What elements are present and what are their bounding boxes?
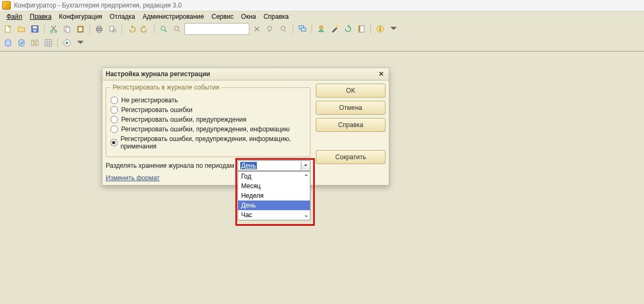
print-icon[interactable] — [93, 23, 105, 35]
journal-settings-dialog: Настройка журнала регистрации ✕ Регистри… — [102, 68, 389, 186]
radio-icon — [110, 106, 118, 114]
menu-config[interactable]: Конфигурация — [56, 12, 106, 21]
menu-debug[interactable]: Отладка — [107, 12, 138, 21]
paste-icon[interactable] — [75, 23, 86, 35]
svg-rect-11 — [98, 26, 101, 28]
menu-bar: Файл Правка Конфигурация Отладка Админис… — [0, 11, 644, 22]
db-icon[interactable] — [2, 37, 14, 49]
zoom-icon[interactable] — [171, 23, 183, 35]
svg-point-15 — [161, 26, 165, 31]
app-title: Конфигуратор - Бухгалтерия предприятия, … — [14, 2, 182, 9]
radio-icon — [110, 97, 118, 104]
radio-no-log[interactable]: Не регистрировать — [110, 97, 306, 104]
radio-label: Регистрировать ошибки, предупреждения, и… — [121, 135, 306, 150]
period-select[interactable]: День — [238, 160, 310, 171]
svg-text:i: i — [380, 26, 381, 32]
svg-rect-32 — [45, 40, 51, 46]
radio-errors-warn-info[interactable]: Регистрировать ошибки, предупреждения, и… — [110, 125, 306, 133]
clear-search-icon[interactable] — [251, 23, 263, 35]
menu-help[interactable]: Справка — [260, 12, 292, 21]
redo-icon[interactable] — [139, 23, 151, 35]
app-icon — [2, 1, 11, 10]
radio-label: Не регистрировать — [121, 97, 178, 104]
save-icon[interactable] — [29, 23, 41, 35]
cancel-button[interactable]: Отмена — [316, 101, 386, 115]
radio-label: Регистрировать ошибки — [121, 106, 193, 114]
refresh-icon[interactable] — [342, 23, 354, 35]
grid-icon[interactable] — [42, 37, 54, 49]
radio-errors-warn[interactable]: Регистрировать ошибки, предупреждения — [110, 116, 306, 123]
dialog-title: Настройка журнала регистрации — [106, 70, 210, 78]
svg-rect-7 — [66, 27, 70, 32]
toolbar-secondary — [0, 36, 644, 50]
scroll-down-icon — [304, 214, 308, 219]
split-period-label: Разделять хранение журнала по периодам — [106, 162, 234, 169]
shrink-button[interactable]: Сократить — [316, 150, 386, 164]
find-prev-icon[interactable] — [264, 23, 276, 35]
change-format-link[interactable]: Изменить формат — [106, 174, 160, 182]
toolbar-main: i — [0, 22, 644, 36]
radio-errors[interactable]: Регистрировать ошибки — [110, 106, 306, 114]
user-icon[interactable] — [315, 23, 327, 35]
period-option-hour[interactable]: Час — [238, 210, 310, 220]
svg-rect-3 — [33, 29, 36, 32]
db-save-icon[interactable] — [16, 37, 27, 49]
info-dropdown-icon[interactable] — [388, 23, 399, 35]
period-option-year[interactable]: Год — [238, 172, 310, 181]
svg-rect-30 — [33, 41, 37, 42]
search-input[interactable] — [184, 23, 249, 35]
menu-service[interactable]: Сервис — [208, 12, 236, 21]
book-icon[interactable] — [356, 23, 367, 35]
title-bar: Конфигуратор - Бухгалтерия предприятия, … — [0, 0, 644, 11]
windows-icon[interactable] — [297, 23, 308, 35]
radio-icon — [110, 139, 117, 146]
print-preview-icon[interactable] — [107, 23, 119, 35]
period-option-month[interactable]: Месяц — [238, 181, 310, 191]
open-folder-icon[interactable] — [16, 23, 27, 35]
info-icon[interactable]: i — [374, 23, 386, 35]
svg-rect-12 — [98, 31, 101, 32]
menu-file[interactable]: Файл — [3, 12, 26, 21]
close-icon[interactable]: ✕ — [377, 70, 386, 78]
radio-label: Регистрировать ошибки, предупреждения — [121, 116, 247, 123]
svg-rect-31 — [33, 43, 37, 45]
chevron-down-icon — [301, 161, 310, 170]
svg-rect-9 — [79, 27, 82, 31]
undo-icon[interactable] — [125, 23, 137, 35]
events-legend: Регистрировать в журнале события — [110, 84, 221, 91]
db-config-icon[interactable] — [29, 37, 41, 49]
wizard-icon[interactable] — [329, 23, 340, 35]
period-select-value: День — [240, 162, 257, 169]
svg-rect-2 — [33, 26, 37, 28]
ok-button[interactable]: OK — [316, 84, 386, 98]
radio-icon — [110, 125, 118, 133]
cut-icon[interactable] — [48, 23, 60, 35]
svg-rect-20 — [301, 28, 306, 31]
run-icon[interactable] — [61, 37, 73, 49]
copy-icon[interactable] — [61, 23, 73, 35]
radio-all[interactable]: Регистрировать ошибки, предупреждения, и… — [110, 135, 306, 150]
search-icon[interactable] — [158, 23, 169, 35]
svg-point-18 — [281, 26, 285, 31]
svg-rect-29 — [32, 40, 38, 46]
period-dropdown[interactable]: Год Месяц Неделя День Час — [238, 171, 310, 220]
events-group: Регистрировать в журнале события Не реги… — [106, 84, 310, 157]
period-option-day[interactable]: День — [238, 201, 310, 210]
menu-admin[interactable]: Администрирование — [139, 12, 207, 21]
svg-point-21 — [320, 26, 323, 29]
radio-label: Регистрировать ошибки, предупреждения, и… — [121, 125, 290, 133]
svg-rect-10 — [97, 28, 102, 31]
scroll-up-icon — [304, 173, 308, 177]
menu-windows[interactable]: Окна — [238, 12, 260, 21]
radio-icon — [110, 116, 118, 123]
menu-edit[interactable]: Правка — [27, 12, 55, 21]
help-button[interactable]: Справка — [316, 118, 386, 132]
new-file-icon[interactable] — [2, 23, 14, 35]
period-option-week[interactable]: Неделя — [238, 191, 310, 201]
svg-point-16 — [174, 26, 179, 31]
svg-rect-24 — [359, 26, 360, 32]
svg-point-17 — [268, 26, 272, 31]
find-next-icon[interactable] — [278, 23, 290, 35]
svg-rect-13 — [110, 26, 114, 31]
run-dropdown-icon[interactable] — [75, 37, 86, 49]
